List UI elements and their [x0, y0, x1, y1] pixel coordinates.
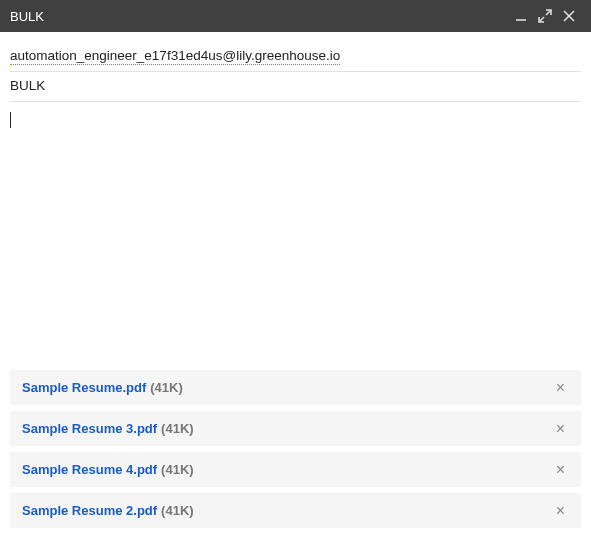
text-cursor — [10, 112, 11, 128]
window-title: BULK — [10, 9, 509, 24]
attachment-filename: Sample Resume.pdf — [22, 380, 146, 395]
attachment-row[interactable]: Sample Resume 2.pdf (41K) × — [10, 493, 581, 528]
attachment-row[interactable]: Sample Resume 4.pdf (41K) × — [10, 452, 581, 487]
minimize-icon[interactable] — [509, 4, 533, 28]
attachment-row[interactable]: Sample Resume.pdf (41K) × — [10, 370, 581, 405]
remove-attachment-icon[interactable]: × — [552, 458, 569, 482]
compose-area: automation_engineer_e17f31ed4us@lily.gre… — [0, 32, 591, 370]
attachment-filesize: (41K) — [161, 421, 194, 436]
remove-attachment-icon[interactable]: × — [552, 417, 569, 441]
attachment-filesize: (41K) — [161, 503, 194, 518]
attachment-filename: Sample Resume 3.pdf — [22, 421, 157, 436]
subject-field[interactable]: BULK — [10, 72, 581, 102]
recipients-field[interactable]: automation_engineer_e17f31ed4us@lily.gre… — [10, 42, 581, 72]
attachments-list: Sample Resume.pdf (41K) × Sample Resume … — [0, 370, 591, 538]
attachment-filename: Sample Resume 4.pdf — [22, 462, 157, 477]
message-body[interactable] — [10, 102, 581, 370]
window-titlebar: BULK — [0, 0, 591, 32]
remove-attachment-icon[interactable]: × — [552, 376, 569, 400]
expand-icon[interactable] — [533, 4, 557, 28]
attachment-row[interactable]: Sample Resume 3.pdf (41K) × — [10, 411, 581, 446]
remove-attachment-icon[interactable]: × — [552, 499, 569, 523]
attachment-filesize: (41K) — [150, 380, 183, 395]
close-icon[interactable] — [557, 4, 581, 28]
attachment-filesize: (41K) — [161, 462, 194, 477]
recipient-chip[interactable]: automation_engineer_e17f31ed4us@lily.gre… — [10, 48, 340, 65]
attachment-filename: Sample Resume 2.pdf — [22, 503, 157, 518]
